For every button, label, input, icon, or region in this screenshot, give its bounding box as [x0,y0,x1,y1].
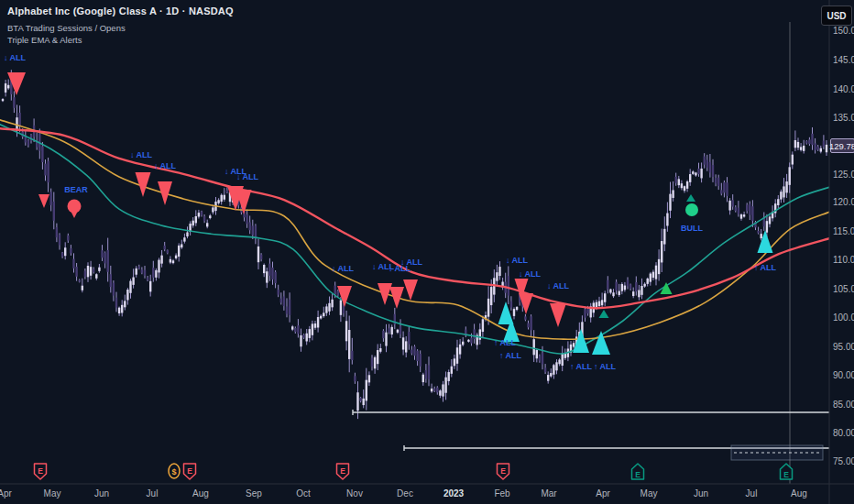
plot-area[interactable]: ↓ ALL↓ ALL↓ ALL↓ ALL↓ ALL↓ ALL↓ ALL↓ ALL… [0,21,829,484]
time-axis-label: Jun [694,488,708,499]
sell-signal-marker [550,303,566,327]
time-axis-label: Oct [296,488,311,499]
sell-signal-label: ↓ ALL [154,161,177,170]
buy-signal-label: ↑ ALL [570,362,593,371]
time-axis-label: Dec [397,488,413,499]
earnings-badge[interactable]: E [781,464,793,479]
sell-signal-label: ↓ ALL [236,172,259,181]
bull-label: BULL [681,224,703,233]
sell-signal-marker [7,72,26,95]
dividend-badge[interactable]: $ [169,464,180,478]
ema-cross-up-triangle [686,194,695,202]
trading-chart-window: ↓ ALL↓ ALL↓ ALL↓ ALL↓ ALL↓ ALL↓ ALL↓ ALL… [0,0,854,504]
time-axis-label: 2023 [443,488,465,499]
currency-toggle-button[interactable]: USD [821,5,852,26]
time-axis-label: Aug [192,488,209,499]
time-axis-label: Jul [746,488,758,499]
price-axis-label: 145.00 [833,55,854,65]
ema-cross-up-triangle [599,310,609,318]
price-axis-label: 115.00 [833,226,854,236]
sell-signal-label: ↓ ALL [130,150,153,159]
svg-text:E: E [500,466,506,476]
svg-text:E: E [38,466,43,476]
sell-signal-marker [378,283,392,305]
price-axis-label: 150.00 [833,26,854,36]
price-axis[interactable]: 150.00145.00140.00135.00125.00120.00115.… [833,26,854,466]
time-axis-label: Jun [94,488,109,499]
bear-label: BEAR [64,185,88,194]
sell-signal-label: ↓ ALL [547,281,570,290]
sell-signal-label: ↓ ALL [506,256,529,265]
signal-markers: ↓ ALL↓ ALL↓ ALL↓ ALL↓ ALL↓ ALL↓ ALL↓ ALL… [4,53,777,371]
sell-signal-marker [403,279,418,301]
sell-signal-label: ↓ ALL [332,264,355,273]
sell-signal-label: ↓ ALL [400,257,423,267]
svg-text:E: E [340,466,345,476]
event-badges-row: E$EEEEE [35,464,793,479]
price-axis-label: 90.00 [833,370,854,380]
candlesticks [2,70,827,419]
time-axis-label: Jul [147,488,159,499]
buy-signal-label: ↑ ALL [499,351,522,360]
last-price-badge: 129.78 [830,138,854,153]
bull-pin-icon [685,203,698,216]
price-chart-canvas[interactable]: ↓ ALL↓ ALL↓ ALL↓ ALL↓ ALL↓ ALL↓ ALL↓ ALL… [0,0,854,504]
time-axis-label: Sep [246,488,262,499]
indicator-label-sessions[interactable]: BTA Trading Sessions / Opens [7,23,126,33]
buy-signal-label: ↑ ALL [754,263,777,272]
time-axis-label: Apr [596,488,610,499]
indicator-label-triple-ema[interactable]: Triple EMA & Alerts [7,35,82,45]
time-axis-label: Aug [791,488,807,499]
price-axis-label: 80.00 [833,428,854,438]
time-axis-label: Feb [494,488,510,499]
svg-text:E: E [635,470,640,479]
price-axis-label: 120.00 [833,197,854,207]
buy-signal-label: ↑ ALL [494,338,517,347]
svg-text:E: E [187,466,192,476]
earnings-badge[interactable]: E [184,464,196,479]
time-axis[interactable]: AprMayJunJulAugSepOctNovDec2023FebMarApr… [0,488,807,499]
earnings-badge[interactable]: E [498,464,509,479]
earnings-badge[interactable]: E [632,464,644,479]
svg-text:$: $ [171,467,176,477]
time-axis-label: Nov [346,488,363,499]
price-axis-label: 95.00 [833,342,854,352]
price-axis-label: 140.00 [833,84,854,94]
buy-signal-label: ↑ ALL [594,362,617,371]
price-axis-label: 110.00 [833,255,854,265]
buy-signal-marker [592,331,610,355]
price-axis-label: 135.00 [833,113,854,123]
sell-signal-marker [38,194,49,208]
buy-signal-marker [758,230,773,253]
sell-signal-label: ↓ ALL [519,269,542,279]
time-axis-label: Mar [541,488,557,499]
time-axis-label: Apr [0,488,12,499]
time-axis-label: May [640,488,658,499]
price-axis-label: 125.00 [833,170,854,180]
time-axis-label: May [44,488,61,499]
price-axis-label: 105.00 [833,284,854,294]
sell-signal-marker [389,287,404,309]
buy-signal-marker [573,329,589,353]
price-axis-label: 85.00 [833,400,854,410]
sell-signal-label: ↓ ALL [4,53,27,62]
price-axis-label: 75.00 [833,456,854,466]
price-axis-label: 100.00 [833,312,854,323]
sell-signal-marker [158,181,172,205]
svg-text:E: E [783,470,789,479]
earnings-badge[interactable]: E [337,464,349,479]
sell-signal-marker [519,293,533,314]
earnings-badge[interactable]: E [35,464,47,479]
